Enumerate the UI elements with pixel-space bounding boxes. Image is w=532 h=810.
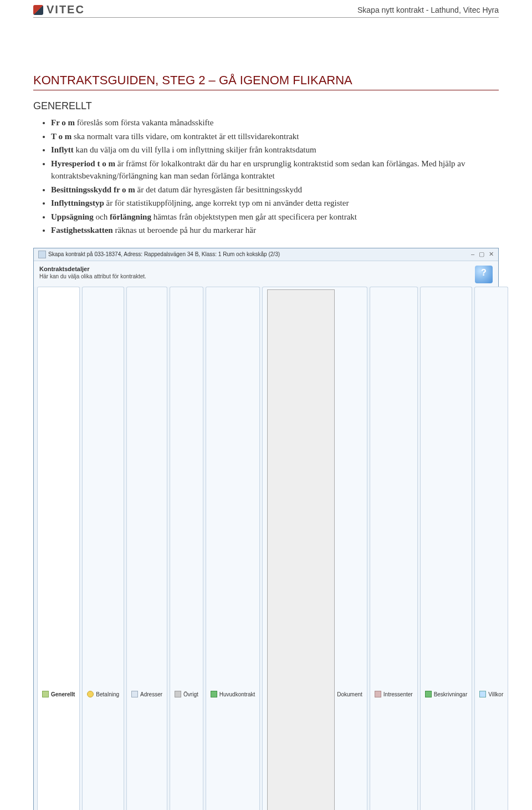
list-item: Fastighetsskatten räknas ut beroende på …	[51, 224, 499, 237]
maximize-icon[interactable]: ▢	[479, 251, 484, 258]
panel-header: Kontraktsdetaljer Här kan du välja olika…	[34, 261, 498, 287]
gear-icon	[175, 691, 181, 697]
tab-strip: GenerelltBetalningAdresserÖvrigtHuvudkon…	[34, 287, 498, 811]
tab-beskrivningar[interactable]: Beskrivningar	[420, 287, 473, 811]
logo-icon	[33, 5, 43, 15]
tree-icon	[211, 691, 217, 697]
close-icon[interactable]: ✕	[489, 251, 494, 258]
body-list: Fr o m föreslås som första vakanta månad…	[39, 116, 499, 237]
tab-dokument[interactable]: Dokument	[262, 287, 367, 811]
list-item: T o m ska normalt vara tills vidare, om …	[51, 130, 499, 143]
panel-subtitle: Här kan du välja olika attribut för kont…	[39, 273, 146, 279]
doc-icon	[42, 691, 49, 697]
tab-label: Intressenter	[383, 691, 413, 697]
tab-övrigt[interactable]: Övrigt	[170, 287, 203, 811]
helper-icon	[475, 266, 493, 283]
tab-label: Adresser	[140, 691, 162, 697]
money-icon	[87, 691, 94, 697]
list-item: Inflytt kan du välja om du vill fylla i …	[51, 144, 499, 156]
logo-text: VITEC	[47, 3, 85, 16]
document-title: Skapa nytt kontrakt - Lathund, Vitec Hyr…	[357, 6, 499, 14]
page-header: VITEC Skapa nytt kontrakt - Lathund, Vit…	[33, 0, 499, 18]
page-icon	[267, 289, 335, 811]
tab-generellt[interactable]: Generellt	[37, 287, 80, 811]
tab-label: Beskrivningar	[434, 691, 468, 697]
tab-intressenter[interactable]: Intressenter	[370, 287, 418, 811]
list-item: Hyresperiod t o m är främst för lokalkon…	[51, 157, 499, 182]
panel-title: Kontraktsdetaljer	[39, 266, 146, 272]
tab-label: Betalning	[96, 691, 119, 697]
tab-label: Huvudkontrakt	[219, 691, 255, 697]
window-titlebar: Skapa kontrakt på 033-18374, Adress: Rap…	[34, 248, 498, 261]
tab-huvudkontrakt[interactable]: Huvudkontrakt	[206, 287, 260, 811]
list-item: Uppsägning och förlängning hämtas från o…	[51, 211, 499, 223]
tab-adresser[interactable]: Adresser	[126, 287, 167, 811]
list-item: Besittningsskydd fr o m är det datum där…	[51, 184, 499, 196]
tab-label: Villkor	[488, 691, 503, 697]
logo: VITEC	[33, 3, 85, 16]
tab-label: Övrigt	[183, 691, 198, 697]
window-icon	[38, 251, 46, 258]
section-heading: KONTRAKTSGUIDEN, STEG 2 – GÅ IGENOM FLIK…	[33, 73, 499, 90]
tab-label: Dokument	[337, 691, 362, 697]
tree-icon	[425, 691, 432, 697]
app-window: Skapa kontrakt på 033-18374, Adress: Rap…	[33, 248, 499, 811]
tab-villkor[interactable]: Villkor	[474, 287, 508, 811]
list-item: Fr o m föreslås som första vakanta månad…	[51, 116, 499, 129]
check-icon	[479, 691, 486, 697]
tab-betalning[interactable]: Betalning	[82, 287, 124, 811]
minimize-icon[interactable]: –	[471, 251, 474, 258]
window-title: Skapa kontrakt på 033-18374, Adress: Rap…	[48, 251, 280, 257]
list-item: Inflyttningstyp är för statistikuppföljn…	[51, 197, 499, 210]
person-icon	[375, 691, 381, 697]
tab-label: Generellt	[51, 691, 75, 697]
sub-heading: GENERELLT	[33, 100, 499, 112]
mail-icon	[131, 691, 138, 697]
